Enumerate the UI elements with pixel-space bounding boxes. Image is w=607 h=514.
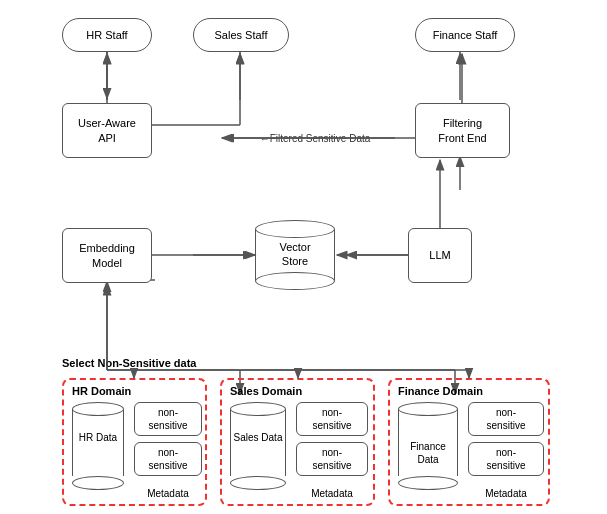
finance-staff-label: Finance Staff — [433, 28, 498, 42]
finance-staff-node: Finance Staff — [415, 18, 515, 52]
llm-node: LLM — [408, 228, 472, 283]
finance-domain-box: Finance Domain Finance Data non- sensiti… — [388, 378, 550, 506]
filtering-front-end-label: Filtering Front End — [438, 116, 486, 145]
hr-data-node: HR Data — [72, 402, 124, 490]
sales-data-node: Sales Data — [230, 402, 286, 490]
filtering-front-end-node: Filtering Front End — [415, 103, 510, 158]
vector-store-node: Vector Store — [255, 220, 335, 290]
finance-data-node: Finance Data — [398, 402, 458, 490]
sales-data-label: Sales Data — [234, 432, 283, 443]
sales-non-sensitive-1: non- sensitive — [296, 402, 368, 436]
sales-domain-box: Sales Domain Sales Data non- sensitive n… — [220, 378, 375, 506]
diagram: HR Staff Sales Staff Finance Staff User-… — [0, 0, 607, 514]
hr-non-sensitive-1: non- sensitive — [134, 402, 202, 436]
finance-non-sensitive-2: non- sensitive — [468, 442, 544, 476]
finance-domain-label: Finance Domain — [398, 384, 483, 398]
select-non-sensitive-label: Select Non-Sensitive data — [62, 355, 262, 371]
hr-staff-label: HR Staff — [86, 28, 127, 42]
hr-data-label: HR Data — [79, 432, 117, 443]
filtered-sensitive-data-label: ←Filtered Sensitive Data — [215, 129, 415, 147]
user-aware-api-node: User-Aware API — [62, 103, 152, 158]
sales-staff-node: Sales Staff — [193, 18, 289, 52]
sales-domain-label: Sales Domain — [230, 384, 302, 398]
finance-metadata-label: Metadata — [468, 487, 544, 500]
select-non-sensitive-text: Select Non-Sensitive data — [62, 356, 197, 370]
hr-staff-node: HR Staff — [62, 18, 152, 52]
hr-domain-box: HR Domain HR Data non- sensitive non- se… — [62, 378, 207, 506]
sales-non-sensitive-2: non- sensitive — [296, 442, 368, 476]
filtered-sensitive-data-text: ←Filtered Sensitive Data — [260, 132, 371, 145]
llm-label: LLM — [429, 248, 450, 262]
hr-domain-label: HR Domain — [72, 384, 131, 398]
hr-metadata-label: Metadata — [134, 487, 202, 500]
user-aware-api-label: User-Aware API — [78, 116, 136, 145]
finance-non-sensitive-1: non- sensitive — [468, 402, 544, 436]
hr-non-sensitive-2: non- sensitive — [134, 442, 202, 476]
sales-staff-label: Sales Staff — [215, 28, 268, 42]
vector-store-label: Vector Store — [279, 241, 310, 267]
embedding-model-label: Embedding Model — [79, 241, 135, 270]
embedding-model-node: Embedding Model — [62, 228, 152, 283]
finance-data-label: Finance Data — [410, 441, 446, 465]
sales-metadata-label: Metadata — [296, 487, 368, 500]
